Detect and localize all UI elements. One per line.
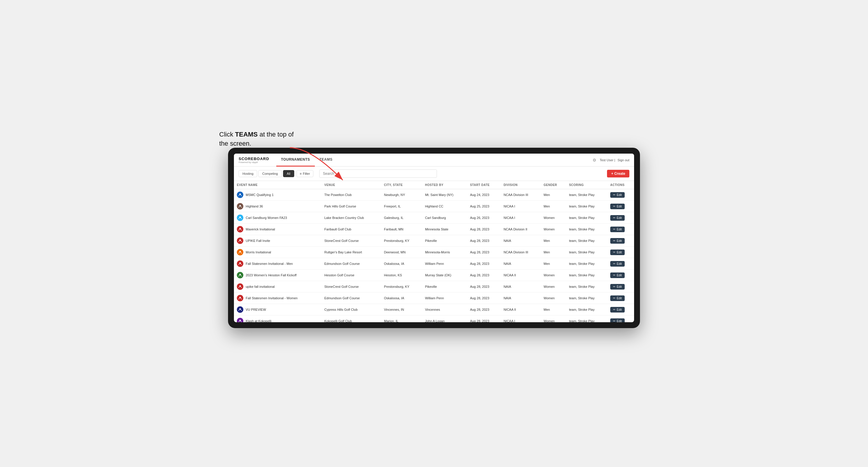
cell-gender: Men (541, 235, 566, 247)
cell-event-name: UPIKE Fall Invite (234, 235, 321, 247)
cell-city: Vincennes, IN (381, 304, 422, 315)
cell-actions: ✏ Edit (607, 292, 634, 304)
tab-teams[interactable]: TEAMS (315, 154, 338, 166)
create-button[interactable]: + Create (607, 170, 629, 178)
cell-division: NCAA Division III (500, 247, 540, 258)
event-icon (237, 203, 243, 210)
cell-city: Faribault, MN (381, 224, 422, 235)
filter-button[interactable]: ≡ Filter (297, 170, 313, 177)
edit-button[interactable]: ✏ Edit (610, 261, 625, 267)
cell-actions: ✏ Edit (607, 281, 634, 292)
search-box (319, 169, 437, 178)
edit-icon: ✏ (613, 251, 616, 254)
table-header: EVENT NAME VENUE CITY, STATE HOSTED BY S… (234, 181, 634, 189)
signout-link[interactable]: Sign out (618, 158, 629, 162)
edit-button[interactable]: ✏ Edit (610, 215, 625, 221)
tablet-screen: SCOREBOARD Powered by clippit TOURNAMENT… (234, 154, 634, 322)
edit-button[interactable]: ✏ Edit (610, 318, 625, 322)
cell-gender: Men (541, 247, 566, 258)
cell-venue: StoneCrest Golf Course (321, 235, 381, 247)
cell-date: Aug 28, 2023 (467, 258, 500, 270)
filter-all[interactable]: All (283, 170, 294, 177)
cell-division: NICAA II (500, 270, 540, 281)
col-hosted-by: HOSTED BY (422, 181, 467, 189)
filter-group: Hosting Competing All (239, 170, 294, 177)
cell-event-name: Morris Invitational (234, 247, 321, 258)
cell-date: Aug 28, 2023 (467, 235, 500, 247)
cell-division: NAIA (500, 258, 540, 270)
tab-tournaments[interactable]: TOURNAMENTS (276, 154, 315, 166)
filter-competing[interactable]: Competing (258, 170, 282, 177)
cell-city: Deerwood, MN (381, 247, 422, 258)
cell-venue: Edmundson Golf Course (321, 258, 381, 270)
edit-button[interactable]: ✏ Edit (610, 295, 625, 301)
toolbar: Hosting Competing All ≡ Filter + Create (234, 166, 634, 181)
edit-button[interactable]: ✏ Edit (610, 192, 625, 198)
logo-title: SCOREBOARD (239, 157, 269, 161)
cell-actions: ✏ Edit (607, 189, 634, 201)
edit-button[interactable]: ✏ Edit (610, 273, 625, 278)
cell-date: Aug 28, 2023 (467, 315, 500, 322)
cell-city: Oskaloosa, IA (381, 292, 422, 304)
event-icon (237, 318, 243, 322)
edit-icon: ✏ (613, 285, 616, 288)
cell-date: Aug 28, 2023 (467, 292, 500, 304)
edit-button[interactable]: ✏ Edit (610, 250, 625, 255)
cell-event-name: Klash at Kokopelli (234, 315, 321, 322)
col-division: DIVISION (500, 181, 540, 189)
nav-user: Test User | (600, 158, 615, 162)
table-container: EVENT NAME VENUE CITY, STATE HOSTED BY S… (234, 181, 634, 322)
cell-scoring: team, Stroke Play (566, 201, 607, 212)
cell-actions: ✏ Edit (607, 201, 634, 212)
cell-scoring: team, Stroke Play (566, 304, 607, 315)
event-icon (237, 306, 243, 313)
col-actions: ACTIONS (607, 181, 634, 189)
cell-actions: ✏ Edit (607, 212, 634, 224)
edit-label: Edit (617, 274, 622, 277)
cell-division: NCAA Division III (500, 189, 540, 201)
cell-city: Prestonsburg, KY (381, 281, 422, 292)
outer-wrapper: Click TEAMS at the top of the screen. SC… (228, 139, 640, 328)
cell-date: Aug 25, 2023 (467, 201, 500, 212)
event-icon (237, 272, 243, 278)
edit-label: Edit (617, 319, 622, 322)
edit-button[interactable]: ✏ Edit (610, 307, 625, 312)
cell-venue: Park Hills Golf Course (321, 201, 381, 212)
cell-venue: Cypress Hills Golf Club (321, 304, 381, 315)
instruction-text: Click TEAMS at the top of the screen. (219, 130, 296, 148)
cell-date: Aug 24, 2023 (467, 189, 500, 201)
cell-venue: StoneCrest Golf Course (321, 281, 381, 292)
nav-bar: SCOREBOARD Powered by clippit TOURNAMENT… (234, 154, 634, 166)
cell-division: NICAA I (500, 201, 540, 212)
edit-button[interactable]: ✏ Edit (610, 226, 625, 232)
cell-gender: Women (541, 212, 566, 224)
table-row: Maverick Invitational Faribault Golf Clu… (234, 224, 634, 235)
cell-actions: ✏ Edit (607, 235, 634, 247)
cell-date: Aug 28, 2023 (467, 281, 500, 292)
event-name-text: UPIKE Fall Invite (246, 239, 270, 243)
filter-hosting[interactable]: Hosting (239, 170, 257, 177)
cell-city: Prestonsburg, KY (381, 235, 422, 247)
settings-icon[interactable]: ⚙ (591, 157, 597, 163)
table-row: Carl Sandburg Women FA23 Lake Bracken Co… (234, 212, 634, 224)
cell-hosted: Minnesota-Morris (422, 247, 467, 258)
search-input[interactable] (319, 169, 437, 178)
cell-actions: ✏ Edit (607, 258, 634, 270)
cell-gender: Men (541, 201, 566, 212)
cell-date: Aug 28, 2023 (467, 224, 500, 235)
cell-actions: ✏ Edit (607, 304, 634, 315)
cell-hosted: Highland CC (422, 201, 467, 212)
edit-button[interactable]: ✏ Edit (610, 204, 625, 209)
instruction-area: Click TEAMS at the top of the screen. (219, 130, 296, 148)
logo-area: SCOREBOARD Powered by clippit (239, 157, 269, 164)
cell-gender: Women (541, 224, 566, 235)
cell-city: Galesburg, IL (381, 212, 422, 224)
edit-button[interactable]: ✏ Edit (610, 238, 625, 244)
cell-division: NICAA I (500, 315, 540, 322)
cell-venue: Kokopelli Golf Club (321, 315, 381, 322)
event-icon (237, 260, 243, 267)
edit-label: Edit (617, 297, 622, 300)
cell-scoring: team, Stroke Play (566, 315, 607, 322)
edit-button[interactable]: ✏ Edit (610, 284, 625, 289)
cell-scoring: team, Stroke Play (566, 247, 607, 258)
